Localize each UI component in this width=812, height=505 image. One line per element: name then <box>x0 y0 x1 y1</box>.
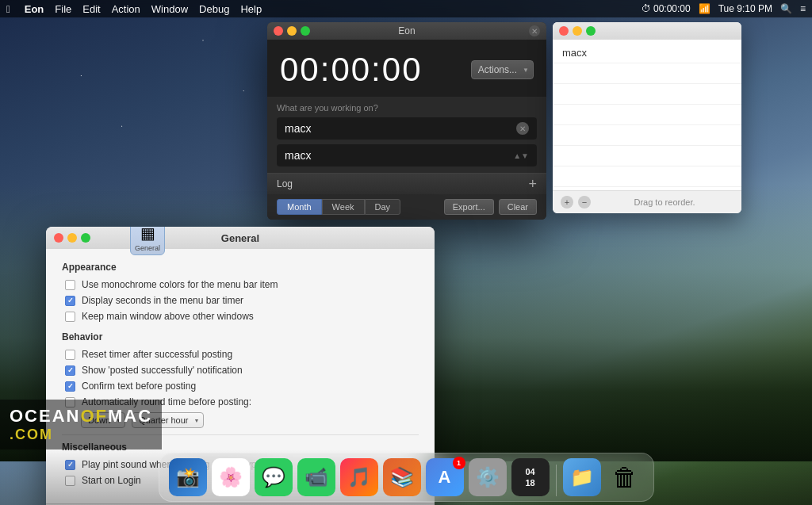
timer-section: 00:00:00 Actions... <box>267 40 546 97</box>
pref-label-monochrome: Use monochrome colors for the menu bar i… <box>82 279 278 290</box>
panel-remove-btn[interactable]: − <box>578 196 591 209</box>
panel-min-light[interactable] <box>573 26 582 36</box>
traffic-lights <box>274 26 310 36</box>
pref-checkbox-confirm[interactable] <box>65 381 75 392</box>
log-section: Log + Month Week Day Export... Clear <box>267 173 546 220</box>
general-label: General <box>135 244 160 252</box>
list-item <box>553 105 741 125</box>
menu-window[interactable]: Window <box>151 3 188 15</box>
books-icon[interactable]: 📚 <box>383 458 421 496</box>
pref-label-above: Keep main window above other windows <box>82 311 254 322</box>
timer-display: 00:00:00 <box>280 51 423 89</box>
prefs-title: General <box>221 232 259 244</box>
facetime-icon[interactable]: 📹 <box>297 458 335 496</box>
task-dropdown[interactable]: macx ▲▼ <box>277 144 537 166</box>
appstore-icon[interactable]: A 1 <box>426 458 464 496</box>
project-list: macx <box>553 40 741 190</box>
panel-add-btn[interactable]: + <box>561 196 573 209</box>
appearance-section: Appearance Use monochrome colors for the… <box>62 262 419 322</box>
prefs-close-light[interactable] <box>54 233 63 243</box>
clock-min: 18 <box>525 477 534 488</box>
watermark-mac: MAC <box>108 406 152 427</box>
min-traffic-light[interactable] <box>287 26 297 36</box>
music-icon[interactable]: 🎵 <box>340 458 378 496</box>
pref-label-notification: Show 'posted successfully' notification <box>82 365 243 376</box>
tab-week[interactable]: Week <box>322 199 365 215</box>
prefs-max-light[interactable] <box>81 233 90 243</box>
pref-checkbox-seconds[interactable] <box>65 296 75 306</box>
pref-item-above: Keep main window above other windows <box>62 311 419 322</box>
watermark-com: .COM <box>10 427 53 442</box>
panel-max-light[interactable] <box>586 26 596 36</box>
tab-month[interactable]: Month <box>277 199 322 215</box>
log-actions: Export... Clear <box>444 199 537 215</box>
pref-item-seconds: Display seconds in the menu bar timer <box>62 295 419 306</box>
menu-app-name[interactable]: Eon <box>25 3 44 15</box>
messages-icon[interactable]: 💬 <box>255 458 293 496</box>
finder-dock-icon[interactable]: 📁 <box>563 458 601 496</box>
menu-help[interactable]: Help <box>240 3 262 15</box>
pref-checkbox-reset[interactable] <box>65 350 75 360</box>
log-add-btn[interactable]: + <box>528 177 537 191</box>
prefs-min-light[interactable] <box>67 233 77 243</box>
image-capture-symbol: 📸 <box>176 466 200 488</box>
menu-action[interactable]: Action <box>112 3 140 15</box>
project-input-text: macx <box>285 122 311 135</box>
photos-icon[interactable]: 🌸 <box>212 458 250 496</box>
list-item <box>553 84 741 105</box>
systemprefs-dock-icon[interactable]: ⚙️ <box>469 458 507 496</box>
pref-label-reset: Reset timer after successful posting <box>82 349 232 360</box>
music-symbol: 🎵 <box>347 466 371 488</box>
log-title: Log <box>277 178 293 189</box>
dock-separator <box>556 465 557 496</box>
menu-debug[interactable]: Debug <box>199 3 229 15</box>
pref-item-reset: Reset timer after successful posting <box>62 349 419 360</box>
menubar-wifi: 📶 <box>699 3 710 14</box>
menubar-timer[interactable]: ⏱ 00:00:00 <box>642 3 691 14</box>
eon-close-btn[interactable]: ✕ <box>529 25 540 36</box>
project-clear-btn[interactable]: ✕ <box>516 122 529 135</box>
menu-edit[interactable]: Edit <box>82 3 100 15</box>
general-icon: ▦ <box>140 227 155 243</box>
project-panel-footer: + − Drag to reorder. <box>553 190 741 213</box>
menubar-list[interactable]: ≡ <box>800 3 806 14</box>
photos-symbol: 🌸 <box>219 466 243 488</box>
general-toolbar-btn[interactable]: ▦ General <box>130 227 165 255</box>
log-tabs: Month Week Day Export... Clear <box>267 194 546 220</box>
clock-widget[interactable]: 04 18 <box>511 458 550 496</box>
apple-menu[interactable]:  <box>6 3 10 15</box>
clear-btn[interactable]: Clear <box>499 199 537 215</box>
pref-item-notification: Show 'posted successfully' notification <box>62 365 419 376</box>
trash-symbol: 🗑 <box>612 463 638 492</box>
close-traffic-light[interactable] <box>274 26 283 36</box>
list-item <box>553 125 741 146</box>
systemprefs-symbol: ⚙️ <box>476 466 500 488</box>
pref-checkbox-monochrome[interactable] <box>65 280 75 290</box>
tab-day[interactable]: Day <box>365 199 401 215</box>
image-capture-icon[interactable]: 📸 <box>169 458 207 496</box>
pref-checkbox-notification[interactable] <box>65 365 75 376</box>
project-input-wrapper[interactable]: macx ✕ <box>277 117 537 140</box>
menu-file[interactable]: File <box>55 3 71 15</box>
project-panel-titlebar <box>553 22 741 40</box>
pref-checkbox-above[interactable] <box>65 312 75 322</box>
task-text: macx <box>285 149 311 162</box>
watermark-of: OF <box>80 406 108 427</box>
menubar:  Eon File Edit Action Window Debug Help… <box>0 0 812 17</box>
panel-close-light[interactable] <box>559 26 569 36</box>
watermark-ocean: OCEAN <box>10 406 80 427</box>
books-symbol: 📚 <box>390 466 414 488</box>
drag-label: Drag to reorder. <box>596 197 733 207</box>
pref-label-confirm: Confirm text before posting <box>82 381 196 392</box>
watermark: OCEAN OF MAC .COM <box>0 400 162 450</box>
trash-dock-icon[interactable]: 🗑 <box>606 458 644 496</box>
pref-label-seconds: Display seconds in the menu bar timer <box>82 295 243 306</box>
list-item <box>553 146 741 166</box>
actions-dropdown[interactable]: Actions... <box>471 60 534 79</box>
export-btn[interactable]: Export... <box>444 199 494 215</box>
menubar-search[interactable]: 🔍 <box>780 3 792 14</box>
finder-symbol: 📁 <box>570 466 594 488</box>
max-traffic-light[interactable] <box>301 26 310 36</box>
list-item[interactable]: macx <box>553 43 741 63</box>
pref-item-confirm: Confirm text before posting <box>62 381 419 392</box>
